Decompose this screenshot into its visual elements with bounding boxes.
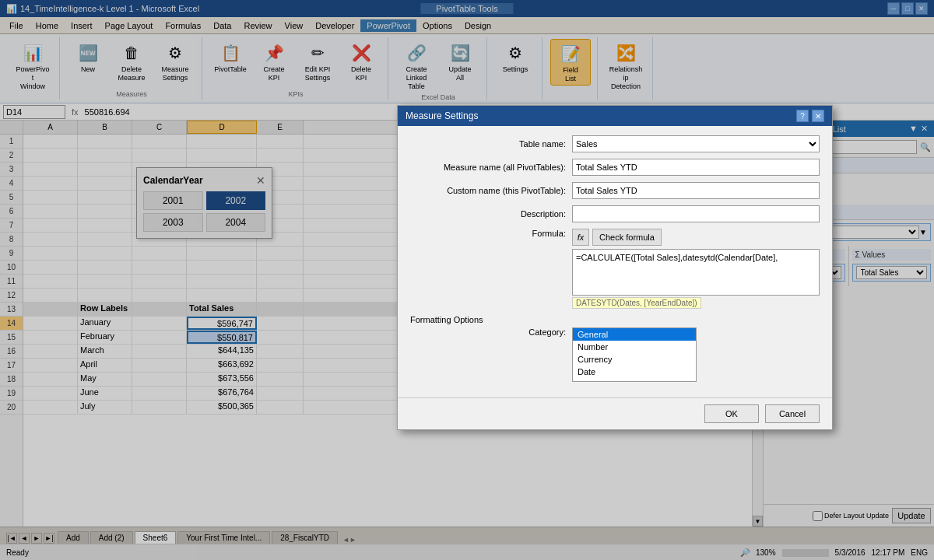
formatting-options-toggle[interactable]: Formatting Options <box>410 315 820 324</box>
measure-settings-dialog: Measure Settings ? ✕ Table name: Sales M… <box>397 105 833 430</box>
formula-tools-row: fx Check formula <box>572 229 820 246</box>
custom-name-row: Custom name (this PivotTable): <box>410 182 820 199</box>
category-general[interactable]: General <box>573 328 696 341</box>
ok-btn[interactable]: OK <box>704 404 759 423</box>
check-formula-btn[interactable]: Check formula <box>592 229 662 246</box>
formatting-section: Formatting Options Category: General Num… <box>410 315 820 382</box>
formula-row: Formula: fx Check formula =CALCULATE([To… <box>410 229 820 309</box>
category-list[interactable]: General Number Currency Date TRUE/FALSE <box>572 327 697 382</box>
formula-box[interactable]: =CALCULATE([Total Sales],datesytd(Calend… <box>572 249 820 296</box>
category-date[interactable]: Date <box>573 366 696 378</box>
category-truefalse[interactable]: TRUE/FALSE <box>573 378 696 382</box>
dialog-title-controls: ? ✕ <box>796 110 824 122</box>
dialog-close-btn[interactable]: ✕ <box>812 110 824 122</box>
category-currency[interactable]: Currency <box>573 353 696 366</box>
description-row: Description: <box>410 205 820 222</box>
category-row: Category: General Number Currency Date T… <box>410 327 820 382</box>
category-label: Category: <box>410 327 566 337</box>
dialog-title-bar: Measure Settings ? ✕ <box>398 106 832 126</box>
dialog-title: Measure Settings <box>406 110 478 121</box>
description-input[interactable] <box>572 205 820 222</box>
custom-name-label: Custom name (this PivotTable): <box>410 186 566 195</box>
description-label: Description: <box>410 209 566 219</box>
category-number[interactable]: Number <box>573 341 696 353</box>
cancel-btn[interactable]: Cancel <box>765 404 820 423</box>
formula-autocomplete-area: DATESYTD(Dates, [YearEndDate]) <box>572 297 820 309</box>
dialog-overlay: Measure Settings ? ✕ Table name: Sales M… <box>0 0 934 560</box>
dialog-help-btn[interactable]: ? <box>796 110 809 122</box>
formula-fx-btn[interactable]: fx <box>572 229 589 246</box>
table-name-label: Table name: <box>410 139 566 149</box>
formula-autocomplete: DATESYTD(Dates, [YearEndDate]) <box>572 297 701 309</box>
table-name-select[interactable]: Sales <box>572 135 820 152</box>
dialog-footer: OK Cancel <box>398 397 832 429</box>
measure-name-label: Measure name (all PivotTables): <box>410 163 566 172</box>
table-name-row: Table name: Sales <box>410 135 820 152</box>
formula-label: Formula: <box>410 229 566 238</box>
dialog-body: Table name: Sales Measure name (all Pivo… <box>398 126 832 397</box>
measure-name-input[interactable] <box>572 159 820 176</box>
measure-name-row: Measure name (all PivotTables): <box>410 159 820 176</box>
formula-section: fx Check formula =CALCULATE([Total Sales… <box>572 229 820 309</box>
custom-name-input[interactable] <box>572 182 820 199</box>
category-list-container: General Number Currency Date TRUE/FALSE <box>572 327 697 382</box>
